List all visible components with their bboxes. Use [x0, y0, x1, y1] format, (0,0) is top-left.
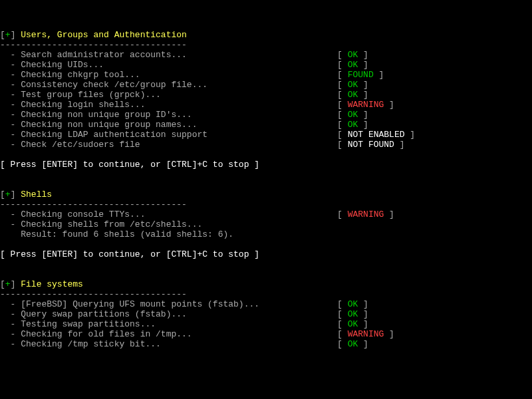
- check-line: - Query swap partitions (fstab)... [ OK …: [0, 309, 368, 319]
- check-line: - Consistency check /etc/group file... […: [0, 80, 368, 90]
- check-line: - Checking non unique group ID's... [ OK…: [0, 110, 368, 120]
- check-line: - Checking non unique group names... [ O…: [0, 120, 368, 130]
- section-header: [+] Shells: [0, 190, 52, 200]
- check-line: - [FreeBSD] Querying UFS mount points (f…: [0, 299, 368, 309]
- continue-prompt[interactable]: [ Press [ENTER] to continue, or [CTRL]+C…: [0, 249, 259, 259]
- check-line: - Checking chkgrp tool... [ FOUND ]: [0, 70, 384, 80]
- continue-prompt[interactable]: [ Press [ENTER] to continue, or [CTRL]+C…: [0, 160, 259, 170]
- check-line: - Checking for old files in /tmp... [ WA…: [0, 329, 394, 339]
- check-line: - Testing swap partitions... [ OK ]: [0, 319, 368, 329]
- check-line: - Checking LDAP authentication support […: [0, 130, 415, 140]
- check-line: - Check /etc/sudoers file [ NOT FOUND ]: [0, 140, 405, 150]
- check-line: - Checking shells from /etc/shells...: [0, 219, 202, 229]
- check-line: - Checking /tmp sticky bit... [ OK ]: [0, 339, 368, 349]
- check-line: Result: found 6 shells (valid shells: 6)…: [0, 229, 233, 239]
- check-line: - Search administrator accounts... [ OK …: [0, 50, 368, 60]
- check-line: - Test group files (grpck)... [ OK ]: [0, 90, 368, 100]
- check-line: - Checking login shells... [ WARNING ]: [0, 100, 394, 110]
- section-header: [+] Users, Groups and Authentication: [0, 30, 187, 40]
- check-line: - Checking UIDs... [ OK ]: [0, 60, 368, 70]
- terminal-output: [+] Users, Groups and Authentication ---…: [0, 0, 532, 359]
- check-line: - Checking console TTYs... [ WARNING ]: [0, 209, 394, 219]
- section-header: [+] File systems: [0, 279, 83, 289]
